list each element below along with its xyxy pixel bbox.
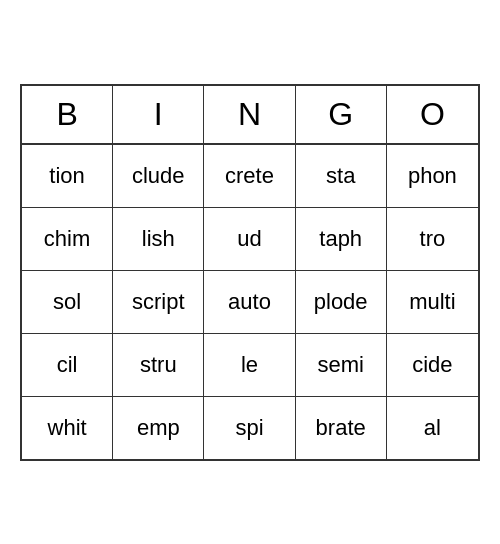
bingo-cell: taph <box>296 208 387 271</box>
bingo-cell: tion <box>22 145 113 208</box>
header-letter: B <box>22 86 113 143</box>
bingo-cell: clude <box>113 145 204 208</box>
header-letter: O <box>387 86 478 143</box>
header-letter: N <box>204 86 295 143</box>
bingo-cell: chim <box>22 208 113 271</box>
bingo-cell: whit <box>22 397 113 459</box>
bingo-cell: le <box>204 334 295 397</box>
bingo-cell: spi <box>204 397 295 459</box>
bingo-cell: phon <box>387 145 478 208</box>
bingo-cell: plode <box>296 271 387 334</box>
bingo-grid: tioncludecretestaphonchimlishudtaphtroso… <box>22 145 478 459</box>
bingo-cell: stru <box>113 334 204 397</box>
bingo-cell: al <box>387 397 478 459</box>
bingo-cell: cil <box>22 334 113 397</box>
bingo-cell: sta <box>296 145 387 208</box>
bingo-cell: cide <box>387 334 478 397</box>
bingo-cell: multi <box>387 271 478 334</box>
bingo-cell: script <box>113 271 204 334</box>
header-letter: G <box>296 86 387 143</box>
bingo-header: BINGO <box>22 86 478 145</box>
bingo-cell: brate <box>296 397 387 459</box>
bingo-cell: emp <box>113 397 204 459</box>
bingo-cell: ud <box>204 208 295 271</box>
bingo-cell: auto <box>204 271 295 334</box>
bingo-cell: semi <box>296 334 387 397</box>
bingo-cell: crete <box>204 145 295 208</box>
bingo-cell: lish <box>113 208 204 271</box>
bingo-cell: sol <box>22 271 113 334</box>
bingo-cell: tro <box>387 208 478 271</box>
header-letter: I <box>113 86 204 143</box>
bingo-card: BINGO tioncludecretestaphonchimlishudtap… <box>20 84 480 461</box>
